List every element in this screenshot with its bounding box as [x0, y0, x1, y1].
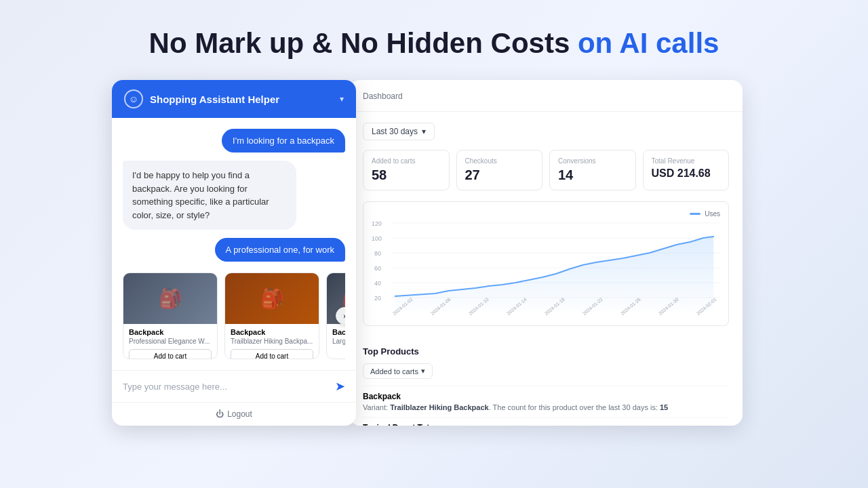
stat-conversions: Conversions 14 [549, 150, 636, 190]
top-product-desc-1: Variant: Trailblazer Hiking Backpack. Th… [363, 403, 729, 411]
chat-header: ☺ Shopping Assistant Helper ▾ [112, 80, 356, 118]
filter-chevron-icon: ▾ [421, 367, 425, 375]
date-filter-label: Last 30 days [372, 127, 418, 136]
svg-text:20: 20 [374, 295, 381, 302]
top-products-filter[interactable]: Added to carts ▾ [363, 363, 433, 379]
legend-label: Uses [705, 210, 720, 218]
stat-checkouts: Checkouts 27 [456, 150, 543, 190]
headline-text: No Mark up & No Hidden Costs [149, 27, 570, 59]
date-filter-dropdown[interactable]: Last 30 days ▾ [363, 123, 435, 140]
panels-container: ☺ Shopping Assistant Helper ▾ I'm lookin… [112, 80, 756, 426]
dashboard-panel: Dashboard Last 30 days ▾ Added to carts … [349, 80, 743, 426]
product-image-1: 🎒 [123, 273, 217, 324]
headline: No Mark up & No Hidden Costs on AI calls [149, 27, 719, 60]
send-button[interactable]: ➤ [335, 379, 345, 394]
product-desc-2: Trailblazer Hiking Backpa... [231, 338, 313, 345]
svg-text:60: 60 [374, 265, 381, 272]
svg-text:120: 120 [372, 220, 382, 227]
filter-label: Added to carts [370, 367, 418, 375]
product-name-2: Backpack [231, 328, 313, 336]
chat-header-left: ☺ Shopping Assistant Helper [124, 89, 279, 108]
dashboard-content: Last 30 days ▾ Added to carts 58 Checkou… [349, 112, 743, 346]
stats-row: Added to carts 58 Checkouts 27 Conversio… [363, 150, 729, 190]
top-product-2: Typical Duvet Tote [363, 417, 729, 426]
svg-text:100: 100 [372, 235, 382, 242]
chart-area: 120 100 80 60 40 20 [372, 223, 720, 311]
product-card-2: 🎒 Backpack Trailblazer Hiking Backpa... … [224, 272, 319, 359]
logout-button[interactable]: ⏻ Logout [216, 409, 252, 419]
top-product-name-2: Typical Duvet Tote [363, 423, 729, 426]
chat-panel: ☺ Shopping Assistant Helper ▾ I'm lookin… [112, 80, 356, 426]
chat-logout-area: ⏻ Logout [112, 402, 356, 426]
user-message-2: A professional one, for work [215, 238, 345, 262]
stat-added-to-carts: Added to carts 58 [363, 150, 450, 190]
stat-revenue: Total Revenue USD 214.68 [643, 150, 730, 190]
product-name-1: Backpack [129, 328, 212, 336]
chat-bot-icon: ☺ [124, 89, 143, 108]
bot-message-1: I'd be happy to help you find a backpack… [123, 161, 296, 230]
chart-container: Uses 120 100 80 60 [363, 201, 729, 326]
top-product-1: Backpack Variant: Trailblazer Hiking Bac… [363, 386, 729, 417]
stat-label-4: Total Revenue [652, 157, 721, 165]
stat-label-2: Checkouts [465, 157, 534, 165]
product-desc-1: Professional Elegance W... [129, 338, 212, 345]
product-image-2: 🎒 [225, 273, 319, 324]
top-product-name-1: Backpack [363, 392, 729, 401]
svg-text:80: 80 [374, 250, 381, 257]
legend-dot [690, 213, 701, 215]
product-cards-row: 🎒 Backpack Professional Elegance W... Ad… [123, 272, 345, 359]
product-desc-3: Large [332, 338, 345, 345]
chart-svg: 120 100 80 60 40 20 [372, 223, 720, 311]
top-products-title: Top Products [363, 346, 729, 357]
stat-value-2: 27 [465, 167, 534, 183]
add-to-cart-2[interactable]: Add to cart [231, 349, 313, 359]
chevron-down-icon[interactable]: ▾ [340, 94, 344, 104]
logout-label: Logout [227, 409, 252, 419]
stat-label-3: Conversions [558, 157, 627, 165]
top-products-section: Top Products Added to carts ▾ Backpack V… [349, 346, 743, 426]
chat-input[interactable]: Type your message here... [123, 382, 227, 392]
user-message-1: I'm looking for a backpack [222, 129, 345, 152]
breadcrumb: Dashboard [363, 92, 403, 101]
stat-value-4: USD 214.68 [652, 167, 721, 180]
top-product-variant-1: Trailblazer Hiking Backpack [390, 403, 489, 411]
stat-label-1: Added to carts [372, 157, 441, 165]
date-filter-chevron: ▾ [422, 127, 426, 136]
chat-title: Shopping Assistant Helper [150, 94, 279, 105]
svg-text:40: 40 [374, 280, 381, 287]
product-card-1: 🎒 Backpack Professional Elegance W... Ad… [123, 272, 218, 359]
headline-blue: on AI calls [578, 27, 719, 59]
stat-value-3: 14 [558, 167, 627, 183]
chat-messages: I'm looking for a backpack I'd be happy … [112, 118, 356, 370]
add-to-cart-1[interactable]: Add to cart [129, 349, 212, 359]
product-name-3: Backp [332, 328, 345, 336]
chart-legend: Uses [372, 210, 720, 218]
top-product-count-1: 15 [660, 403, 668, 411]
dashboard-header: Dashboard [349, 80, 743, 112]
stat-value-1: 58 [372, 167, 441, 183]
chat-footer: Type your message here... ➤ [112, 370, 356, 402]
logout-icon: ⏻ [216, 409, 224, 419]
